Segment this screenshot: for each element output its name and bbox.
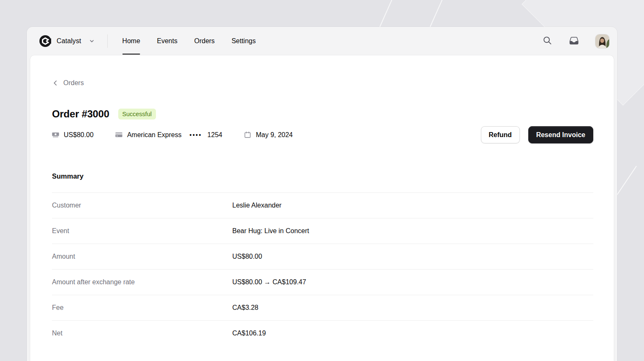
- order-header-row: US$80.00 American Express •••• 1254: [52, 126, 593, 143]
- breadcrumb[interactable]: Orders: [52, 77, 84, 89]
- user-avatar[interactable]: [595, 34, 609, 48]
- summary-row-fee: Fee CA$3.28: [52, 295, 593, 320]
- row-value: Leslie Alexander: [232, 202, 593, 209]
- breadcrumb-label: Orders: [63, 79, 84, 87]
- title-row: Order #3000 Successful: [52, 107, 593, 121]
- banknote-icon: [52, 131, 59, 138]
- catalyst-logo-icon: [39, 35, 51, 47]
- row-label: Net: [52, 330, 232, 337]
- order-date: May 9, 2024: [256, 131, 293, 139]
- row-value: US$80.00 → CA$109.47: [232, 278, 593, 286]
- nav-item-events[interactable]: Events: [157, 27, 177, 55]
- summary-heading: Summary: [52, 171, 593, 181]
- nav-item-orders[interactable]: Orders: [194, 27, 215, 55]
- summary-list: Customer Leslie Alexander Event Bear Hug…: [52, 192, 593, 346]
- order-detail-card: Orders Order #3000 Successful US$80.00: [30, 55, 614, 361]
- row-value: CA$106.19: [232, 330, 593, 337]
- order-actions: Refund Resend Invoice: [481, 126, 593, 143]
- card-number-dots: ••••: [190, 132, 202, 138]
- row-label: Event: [52, 227, 232, 235]
- order-amount-meta: US$80.00: [52, 131, 93, 139]
- chevron-down-icon: [89, 38, 95, 44]
- page-title: Order #3000: [52, 107, 109, 121]
- primary-nav: Home Events Orders Settings: [122, 27, 256, 55]
- order-meta: US$80.00 American Express •••• 1254: [52, 131, 293, 139]
- payment-method: American Express: [127, 131, 182, 139]
- card-last4: 1254: [208, 131, 223, 139]
- search-icon: [543, 36, 552, 47]
- summary-row-event: Event Bear Hug: Live in Concert: [52, 218, 593, 244]
- order-date-meta: May 9, 2024: [244, 131, 293, 139]
- order-payment-meta: American Express •••• 1254: [115, 131, 222, 139]
- status-badge: Successful: [118, 109, 156, 120]
- row-value: Bear Hug: Live in Concert: [232, 227, 593, 235]
- navbar-right: [542, 34, 609, 48]
- summary-row-net: Net CA$106.19: [52, 320, 593, 346]
- top-navbar: Catalyst Home Events Orders Settings: [27, 27, 617, 55]
- row-value: CA$3.28: [232, 304, 593, 312]
- nav-item-home[interactable]: Home: [122, 27, 140, 55]
- resend-invoice-button[interactable]: Resend Invoice: [528, 126, 593, 143]
- search-button[interactable]: [542, 36, 553, 47]
- summary-row-amount: Amount US$80.00: [52, 244, 593, 269]
- summary-row-exchange: Amount after exchange rate US$80.00 → CA…: [52, 269, 593, 295]
- row-value: US$80.00: [232, 253, 593, 260]
- brand-menu[interactable]: Catalyst: [39, 35, 95, 47]
- inbox-button[interactable]: [569, 36, 579, 47]
- brand-name: Catalyst: [57, 37, 81, 45]
- row-label: Amount after exchange rate: [52, 278, 232, 286]
- order-amount: US$80.00: [64, 131, 93, 139]
- refund-button[interactable]: Refund: [481, 126, 520, 143]
- nav-item-settings[interactable]: Settings: [231, 27, 256, 55]
- row-label: Customer: [52, 202, 232, 209]
- navbar-divider: [107, 34, 108, 48]
- chevron-left-icon: [52, 80, 59, 86]
- credit-card-icon: [115, 131, 122, 138]
- calendar-icon: [244, 131, 251, 138]
- row-label: Fee: [52, 304, 232, 312]
- row-label: Amount: [52, 253, 232, 260]
- inbox-icon: [569, 36, 579, 47]
- app-shell: Catalyst Home Events Orders Settings: [27, 27, 617, 361]
- summary-row-customer: Customer Leslie Alexander: [52, 192, 593, 218]
